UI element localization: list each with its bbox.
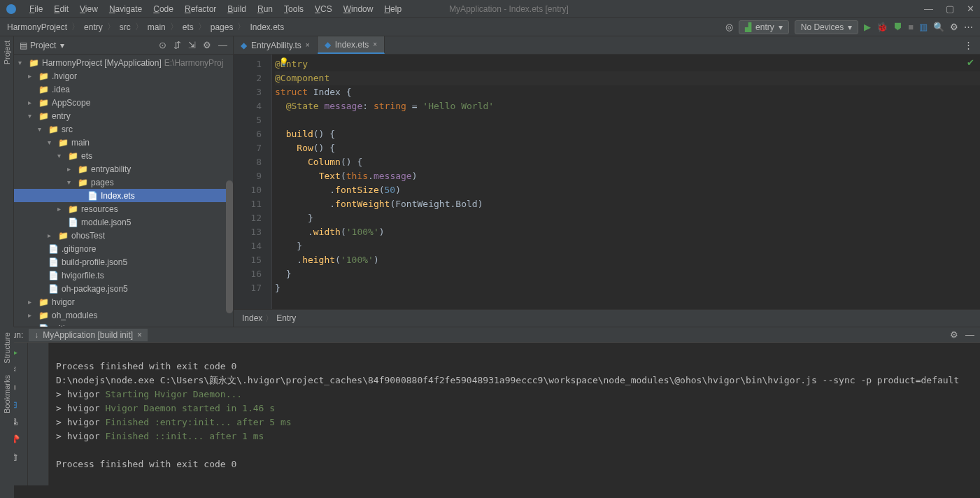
tree-arrow-icon[interactable]: ▾ [48,138,57,146]
tree-node[interactable]: ▸📁resources [14,202,233,215]
breadcrumb-segment[interactable]: ets [183,22,194,32]
tree-node[interactable]: 📄.gitignore [14,242,233,255]
code-line[interactable]: @State message: string = 'Hello World' [275,99,980,113]
tree-node[interactable]: 📄Index.ets [14,189,233,202]
editor-code[interactable]: @Entry@Componentstruct Index { @State me… [272,55,980,309]
tree-node[interactable]: ▾📁pages [14,176,233,189]
menu-window[interactable]: Window [338,4,379,14]
tree-arrow-icon[interactable]: ▾ [18,59,28,66]
menu-view[interactable]: View [74,4,104,14]
stop-button[interactable]: ■ [908,22,914,32]
code-line[interactable]: Text(this.message) [275,169,980,183]
expand-all-icon[interactable]: ⇵ [173,40,181,50]
code-line[interactable] [275,113,980,127]
tree-node[interactable]: ▾📁main [14,136,233,149]
tree-arrow-icon[interactable]: ▾ [28,112,38,120]
code-line[interactable]: .fontWeight(FontWeight.Bold) [275,197,980,211]
structure-tool-button[interactable]: Structure [3,332,11,364]
select-opened-icon[interactable]: ⊙ [159,40,166,50]
tree-arrow-icon[interactable]: ▸ [67,165,77,173]
minimize-icon[interactable]: — [924,3,933,14]
tree-scrollbar[interactable] [226,180,233,313]
tree-node[interactable]: ▸📁oh_modules [14,308,233,322]
tree-node[interactable]: ▸📁hvigor [14,295,233,308]
project-tree[interactable]: ▾📁HarmonyProject [MyApplication]E:\Harmo… [14,55,233,327]
tree-arrow-icon[interactable]: ▸ [57,205,67,213]
hide-panel-icon[interactable]: — [218,40,227,50]
tree-node[interactable]: 📄hvigorfile.ts [14,269,233,282]
run-settings-icon[interactable]: ⚙ [950,329,958,340]
menu-help[interactable]: Help [378,4,407,14]
close-icon[interactable]: ✕ [967,3,974,14]
tree-arrow-icon[interactable]: ▸ [28,99,38,106]
editor-crumb-segment[interactable]: Entry [276,313,296,323]
code-line[interactable]: Row() { [275,141,980,155]
tree-node[interactable]: 📄build-profile.json5 [14,255,233,269]
editor-crumb-segment[interactable]: Index [242,313,262,323]
tree-node[interactable]: 📄module.json5 [14,215,233,229]
bookmarks-tool-button[interactable]: Bookmarks [3,375,11,413]
menu-file[interactable]: File [24,4,48,14]
breadcrumb-segment[interactable]: pages [211,22,234,32]
collapse-all-icon[interactable]: ⇲ [188,40,196,50]
maximize-icon[interactable]: ▢ [946,3,954,14]
tree-node[interactable]: ▾📁entry [14,109,233,122]
breadcrumb-segment[interactable]: entry [84,22,103,32]
tree-node[interactable]: ▸📁ohosTest [14,229,233,242]
tree-arrow-icon[interactable]: ▸ [28,72,38,80]
code-line[interactable]: Column() { [275,155,980,169]
tree-arrow-icon[interactable]: ▾ [38,125,48,133]
coverage-button[interactable]: ⛊ [893,22,902,32]
close-tab-icon[interactable]: × [306,41,310,49]
tree-arrow-icon[interactable]: ▸ [48,232,57,239]
menu-vcs[interactable]: VCS [309,4,338,14]
target-icon[interactable]: ◎ [725,22,733,32]
more-icon[interactable]: ⋯ [964,22,973,32]
breadcrumb-segment[interactable]: main [148,22,166,32]
code-line[interactable]: struct Index { [275,85,980,99]
code-line[interactable]: .fontSize(50) [275,183,980,197]
chevron-down-icon[interactable]: ▾ [60,41,64,50]
code-line[interactable]: } [275,239,980,253]
code-line[interactable]: } [275,281,980,295]
run-tab[interactable]: ↓ MyApplication [build init] × [29,329,148,341]
tree-arrow-icon[interactable]: ▸ [28,311,38,319]
menu-run[interactable]: Run [252,4,278,14]
editor-tab[interactable]: ◆EntryAbility.ts× [234,36,318,54]
intention-bulb-icon[interactable]: 💡 [279,57,289,66]
tree-node[interactable]: ▾📁src [14,122,233,136]
code-line[interactable]: build() { [275,127,980,141]
search-icon[interactable]: 🔍 [933,22,944,32]
tree-node[interactable]: ▾📁ets [14,149,233,162]
editor-tab[interactable]: ◆Index.ets× [318,36,385,54]
tree-node[interactable]: 📄.gitignore [14,322,233,327]
run-button[interactable]: ▶ [864,22,871,32]
project-tool-button[interactable]: Project [3,41,11,64]
editor-body[interactable]: 1234567891011121314151617 @Entry@Compone… [234,55,980,309]
close-tab-icon[interactable]: × [137,330,142,340]
tree-node[interactable]: 📄oh-package.json5 [14,282,233,295]
settings-icon[interactable]: ⚙ [950,22,958,32]
menu-edit[interactable]: Edit [48,4,74,14]
breadcrumb-segment[interactable]: src [120,22,131,32]
device-manager-icon[interactable]: ▥ [919,22,928,32]
close-tab-icon[interactable]: × [373,41,377,48]
code-line[interactable]: } [275,211,980,225]
hide-run-icon[interactable]: — [965,329,974,340]
menu-tools[interactable]: Tools [278,4,309,14]
run-output[interactable]: Process finished with exit code 0D:\node… [49,343,980,485]
run-config-selector[interactable]: ▟ entry ▾ [739,20,789,34]
code-line[interactable]: .height('100%') [275,253,980,267]
tree-node[interactable]: ▾📁HarmonyProject [MyApplication]E:\Harmo… [14,56,233,69]
breadcrumb-segment[interactable]: HarmonyProject [7,22,67,32]
breadcrumb-segment[interactable]: Index.ets [250,22,284,32]
menu-code[interactable]: Code [148,4,179,14]
debug-button[interactable]: 🐞 [876,22,888,32]
tree-node[interactable]: ▸📁AppScope [14,96,233,109]
tree-arrow-icon[interactable]: ▾ [67,178,77,186]
panel-settings-icon[interactable]: ⚙ [203,40,211,50]
code-line[interactable]: @Component [275,71,980,85]
tree-node[interactable]: 📁.idea [14,83,233,96]
code-line[interactable]: .width('100%') [275,225,980,239]
code-line[interactable]: } [275,267,980,281]
